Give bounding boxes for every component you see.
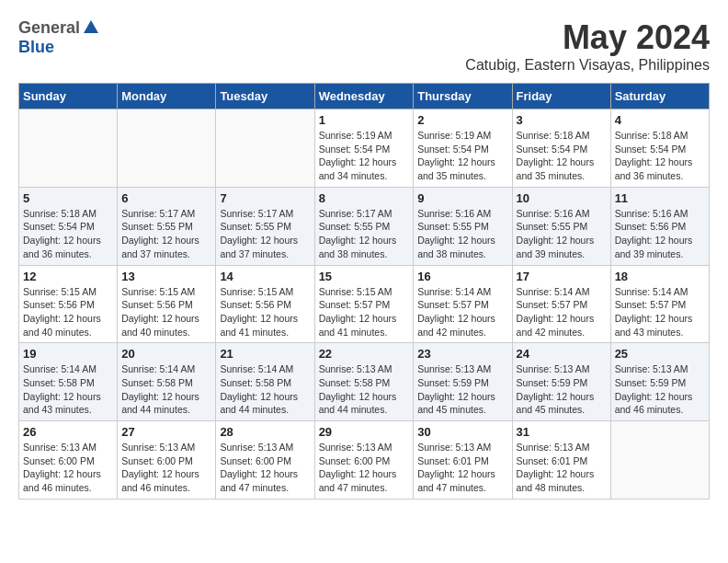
day-number: 14 <box>220 270 310 283</box>
logo-triangle-icon <box>82 18 100 37</box>
calendar-cell: 28Sunrise: 5:13 AM Sunset: 6:00 PM Dayli… <box>216 421 314 500</box>
day-info: Sunrise: 5:13 AM Sunset: 5:59 PM Dayligh… <box>417 362 507 417</box>
day-info: Sunrise: 5:19 AM Sunset: 5:54 PM Dayligh… <box>319 129 410 183</box>
calendar-week-row: 1Sunrise: 5:19 AM Sunset: 5:54 PM Daylig… <box>19 109 710 188</box>
day-number: 20 <box>121 347 211 361</box>
calendar-cell: 30Sunrise: 5:13 AM Sunset: 6:01 PM Dayli… <box>414 421 512 500</box>
day-number: 22 <box>319 347 410 361</box>
day-info: Sunrise: 5:13 AM Sunset: 6:00 PM Dayligh… <box>220 441 310 495</box>
calendar-cell: 11Sunrise: 5:16 AM Sunset: 5:56 PM Dayli… <box>610 187 709 265</box>
day-info: Sunrise: 5:18 AM Sunset: 5:54 PM Dayligh… <box>23 207 113 261</box>
day-number: 18 <box>615 270 705 283</box>
day-number: 17 <box>517 270 607 283</box>
subtitle: Catubig, Eastern Visayas, Philippines <box>465 57 710 74</box>
day-info: Sunrise: 5:19 AM Sunset: 5:54 PM Dayligh… <box>417 129 507 183</box>
day-info: Sunrise: 5:14 AM Sunset: 5:57 PM Dayligh… <box>517 285 607 339</box>
day-info: Sunrise: 5:13 AM Sunset: 5:58 PM Dayligh… <box>319 362 410 417</box>
day-number: 6 <box>121 191 211 205</box>
day-info: Sunrise: 5:16 AM Sunset: 5:55 PM Dayligh… <box>517 207 607 261</box>
col-header-sunday: Sunday <box>19 84 118 109</box>
day-number: 3 <box>517 113 607 127</box>
day-number: 29 <box>319 425 410 439</box>
calendar-cell: 3Sunrise: 5:18 AM Sunset: 5:54 PM Daylig… <box>512 109 610 188</box>
day-info: Sunrise: 5:15 AM Sunset: 5:57 PM Dayligh… <box>319 285 410 339</box>
day-number: 11 <box>615 191 705 205</box>
calendar-cell: 2Sunrise: 5:19 AM Sunset: 5:54 PM Daylig… <box>414 109 512 188</box>
calendar-cell: 5Sunrise: 5:18 AM Sunset: 5:54 PM Daylig… <box>19 187 118 265</box>
main-title: May 2024 <box>465 18 710 57</box>
day-info: Sunrise: 5:17 AM Sunset: 5:55 PM Dayligh… <box>121 207 211 261</box>
svg-marker-0 <box>84 20 98 33</box>
day-number: 15 <box>319 270 410 283</box>
calendar-cell <box>216 109 314 188</box>
day-info: Sunrise: 5:14 AM Sunset: 5:58 PM Dayligh… <box>220 362 310 417</box>
calendar-cell: 20Sunrise: 5:14 AM Sunset: 5:58 PM Dayli… <box>118 343 216 421</box>
day-info: Sunrise: 5:17 AM Sunset: 5:55 PM Dayligh… <box>220 207 310 261</box>
calendar-cell: 18Sunrise: 5:14 AM Sunset: 5:57 PM Dayli… <box>610 265 709 343</box>
day-number: 10 <box>517 191 607 205</box>
calendar-cell: 9Sunrise: 5:16 AM Sunset: 5:55 PM Daylig… <box>414 187 512 265</box>
day-info: Sunrise: 5:15 AM Sunset: 5:56 PM Dayligh… <box>220 285 310 339</box>
calendar-cell: 4Sunrise: 5:18 AM Sunset: 5:54 PM Daylig… <box>610 109 709 188</box>
calendar-cell: 23Sunrise: 5:13 AM Sunset: 5:59 PM Dayli… <box>414 343 512 421</box>
calendar-cell: 31Sunrise: 5:13 AM Sunset: 6:01 PM Dayli… <box>512 421 610 500</box>
day-number: 9 <box>417 191 507 205</box>
calendar-cell <box>610 421 709 500</box>
calendar-cell: 22Sunrise: 5:13 AM Sunset: 5:58 PM Dayli… <box>314 343 414 421</box>
col-header-monday: Monday <box>118 84 216 109</box>
calendar-week-row: 12Sunrise: 5:15 AM Sunset: 5:56 PM Dayli… <box>19 265 710 343</box>
calendar-cell: 7Sunrise: 5:17 AM Sunset: 5:55 PM Daylig… <box>216 187 314 265</box>
day-info: Sunrise: 5:13 AM Sunset: 6:01 PM Dayligh… <box>517 441 607 495</box>
day-number: 13 <box>121 270 211 283</box>
day-number: 21 <box>220 347 310 361</box>
calendar-week-row: 5Sunrise: 5:18 AM Sunset: 5:54 PM Daylig… <box>19 187 710 265</box>
calendar-cell: 15Sunrise: 5:15 AM Sunset: 5:57 PM Dayli… <box>314 265 414 343</box>
day-number: 28 <box>220 425 310 439</box>
day-number: 19 <box>23 347 113 361</box>
day-number: 5 <box>23 191 113 205</box>
day-number: 12 <box>23 270 113 283</box>
day-info: Sunrise: 5:18 AM Sunset: 5:54 PM Dayligh… <box>517 129 607 183</box>
day-number: 27 <box>121 425 211 439</box>
day-number: 31 <box>517 425 607 439</box>
calendar-cell: 19Sunrise: 5:14 AM Sunset: 5:58 PM Dayli… <box>19 343 118 421</box>
day-info: Sunrise: 5:13 AM Sunset: 6:00 PM Dayligh… <box>319 441 410 495</box>
calendar-cell <box>118 109 216 188</box>
day-info: Sunrise: 5:17 AM Sunset: 5:55 PM Dayligh… <box>319 207 410 261</box>
calendar-cell: 17Sunrise: 5:14 AM Sunset: 5:57 PM Dayli… <box>512 265 610 343</box>
day-info: Sunrise: 5:13 AM Sunset: 5:59 PM Dayligh… <box>615 362 705 417</box>
col-header-friday: Friday <box>512 84 610 109</box>
logo: General Blue <box>18 18 100 57</box>
day-info: Sunrise: 5:13 AM Sunset: 6:01 PM Dayligh… <box>417 441 507 495</box>
calendar-week-row: 19Sunrise: 5:14 AM Sunset: 5:58 PM Dayli… <box>19 343 710 421</box>
calendar-cell: 29Sunrise: 5:13 AM Sunset: 6:00 PM Dayli… <box>314 421 414 500</box>
title-area: May 2024 Catubig, Eastern Visayas, Phili… <box>465 18 710 74</box>
calendar-cell: 16Sunrise: 5:14 AM Sunset: 5:57 PM Dayli… <box>414 265 512 343</box>
day-number: 26 <box>23 425 113 439</box>
day-number: 24 <box>517 347 607 361</box>
calendar-cell: 8Sunrise: 5:17 AM Sunset: 5:55 PM Daylig… <box>314 187 414 265</box>
calendar-cell: 21Sunrise: 5:14 AM Sunset: 5:58 PM Dayli… <box>216 343 314 421</box>
day-number: 25 <box>615 347 705 361</box>
day-number: 30 <box>417 425 507 439</box>
day-info: Sunrise: 5:14 AM Sunset: 5:58 PM Dayligh… <box>121 362 211 417</box>
calendar-cell: 27Sunrise: 5:13 AM Sunset: 6:00 PM Dayli… <box>118 421 216 500</box>
calendar-cell <box>19 109 118 188</box>
calendar-cell: 24Sunrise: 5:13 AM Sunset: 5:59 PM Dayli… <box>512 343 610 421</box>
day-info: Sunrise: 5:14 AM Sunset: 5:57 PM Dayligh… <box>615 285 705 339</box>
calendar-header-row: SundayMondayTuesdayWednesdayThursdayFrid… <box>19 84 710 109</box>
day-info: Sunrise: 5:15 AM Sunset: 5:56 PM Dayligh… <box>121 285 211 339</box>
calendar-cell: 10Sunrise: 5:16 AM Sunset: 5:55 PM Dayli… <box>512 187 610 265</box>
calendar-cell: 25Sunrise: 5:13 AM Sunset: 5:59 PM Dayli… <box>610 343 709 421</box>
day-number: 23 <box>417 347 507 361</box>
day-info: Sunrise: 5:16 AM Sunset: 5:56 PM Dayligh… <box>615 207 705 261</box>
page-header: General Blue May 2024 Catubig, Eastern V… <box>18 18 710 74</box>
day-number: 1 <box>319 113 410 127</box>
day-info: Sunrise: 5:18 AM Sunset: 5:54 PM Dayligh… <box>615 129 705 183</box>
calendar-cell: 26Sunrise: 5:13 AM Sunset: 6:00 PM Dayli… <box>19 421 118 500</box>
calendar-table: SundayMondayTuesdayWednesdayThursdayFrid… <box>18 83 710 500</box>
day-number: 2 <box>417 113 507 127</box>
col-header-saturday: Saturday <box>610 84 709 109</box>
day-number: 16 <box>417 270 507 283</box>
day-info: Sunrise: 5:15 AM Sunset: 5:56 PM Dayligh… <box>23 285 113 339</box>
